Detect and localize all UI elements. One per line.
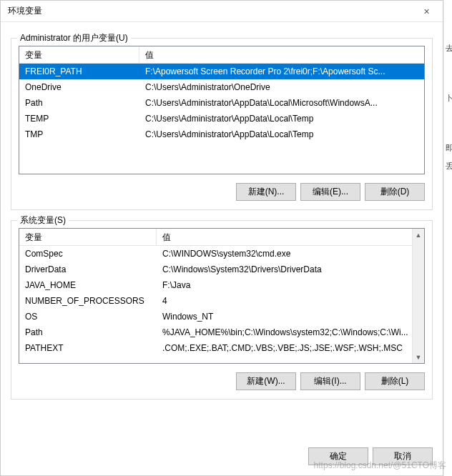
dialog-body: Administrator 的用户变量(U) 变量 值 FREI0R_PATHF…: [1, 22, 443, 440]
user-vars-group-label: Administrator 的用户变量(U): [17, 32, 131, 44]
sys-new-button[interactable]: 新建(W)...: [236, 372, 296, 390]
cell-value: C:\Windows\System32\Drivers\DriverData: [157, 264, 424, 274]
list-row[interactable]: OneDriveC:\Users\Administrator\OneDrive: [19, 79, 424, 95]
list-row[interactable]: DriverDataC:\Windows\System32\Drivers\Dr…: [19, 262, 424, 277]
sys-vars-group: 系统变量(S) 变量 值 ComSpecC:\WINDOWS\system32\…: [11, 220, 433, 400]
user-vars-list[interactable]: 变量 值 FREI0R_PATHF:\Apowersoft Screen Rec…: [19, 46, 425, 174]
cell-variable: ComSpec: [19, 249, 157, 259]
list-row[interactable]: PathC:\Users\Administrator\AppData\Local…: [19, 95, 424, 111]
dialog-title: 环境变量: [8, 5, 411, 17]
list-row[interactable]: Path%JAVA_HOME%\bin;C:\Windows\system32;…: [19, 324, 424, 340]
cell-value: C:\WINDOWS\system32\cmd.exe: [157, 249, 424, 259]
sys-delete-button[interactable]: 删除(L): [365, 372, 425, 390]
sys-vars-buttons: 新建(W)... 编辑(I)... 删除(L): [19, 372, 425, 390]
cell-value: %JAVA_HOME%\bin;C:\Windows\system32;C:\W…: [157, 327, 424, 337]
dialog-footer: 确定 取消: [1, 440, 443, 475]
cell-variable: PATHEXT: [19, 343, 157, 353]
cancel-button[interactable]: 取消: [373, 447, 433, 465]
bg-glyph: 即: [446, 143, 452, 154]
sys-vars-group-label: 系统变量(S): [17, 214, 69, 227]
list-header: 变量 值: [19, 46, 424, 64]
cell-variable: DriverData: [19, 264, 157, 274]
env-vars-dialog: 环境变量 × Administrator 的用户变量(U) 变量 值 FREI0…: [0, 0, 443, 476]
user-vars-group: Administrator 的用户变量(U) 变量 值 FREI0R_PATHF…: [11, 38, 433, 210]
col-header-variable[interactable]: 变量: [19, 229, 157, 245]
user-delete-button[interactable]: 删除(D): [365, 183, 425, 201]
user-new-button[interactable]: 新建(N)...: [236, 183, 296, 201]
cell-value: 4: [157, 296, 424, 306]
cell-value: F:\Apowersoft Screen Recorder Pro 2\frei…: [139, 66, 424, 76]
close-icon[interactable]: ×: [411, 1, 443, 22]
ok-button[interactable]: 确定: [308, 447, 368, 465]
list-header: 变量 值: [19, 229, 424, 246]
list-row[interactable]: PATHEXT.COM;.EXE;.BAT;.CMD;.VBS;.VBE;.JS…: [19, 340, 424, 356]
cell-variable: TEMP: [19, 114, 139, 124]
titlebar: 环境变量 ×: [1, 1, 443, 22]
list-row[interactable]: FREI0R_PATHF:\Apowersoft Screen Recorder…: [19, 64, 424, 79]
user-edit-button[interactable]: 编辑(E)...: [300, 183, 360, 201]
list-row[interactable]: NUMBER_OF_PROCESSORS4: [19, 293, 424, 309]
cell-variable: OneDrive: [19, 82, 139, 92]
cell-value: C:\Users\Administrator\AppData\Local\Tem…: [139, 129, 424, 139]
cell-value: .COM;.EXE;.BAT;.CMD;.VBS;.VBE;.JS;.JSE;.…: [157, 343, 424, 353]
bg-glyph: 去: [446, 43, 452, 54]
cell-value: C:\Users\Administrator\OneDrive: [139, 82, 424, 92]
scroll-down-icon[interactable]: ▼: [413, 351, 424, 363]
scroll-track[interactable]: [413, 241, 424, 351]
col-header-value[interactable]: 值: [139, 46, 424, 63]
list-row[interactable]: ComSpecC:\WINDOWS\system32\cmd.exe: [19, 246, 424, 262]
cell-value: C:\Users\Administrator\AppData\Local\Mic…: [139, 98, 424, 108]
sys-vars-list[interactable]: 变量 值 ComSpecC:\WINDOWS\system32\cmd.exeD…: [19, 228, 425, 364]
cell-variable: Path: [19, 98, 139, 108]
user-vars-buttons: 新建(N)... 编辑(E)... 删除(D): [19, 183, 425, 201]
background-window-edge: 去 卜 即 丢: [443, 0, 452, 476]
cell-variable: JAVA_HOME: [19, 280, 157, 290]
list-row[interactable]: TEMPC:\Users\Administrator\AppData\Local…: [19, 111, 424, 127]
cell-value: Windows_NT: [157, 312, 424, 322]
cell-value: F:\Java: [157, 280, 424, 290]
cell-variable: OS: [19, 312, 157, 322]
cell-variable: Path: [19, 327, 157, 337]
col-header-value[interactable]: 值: [157, 229, 424, 245]
cell-variable: NUMBER_OF_PROCESSORS: [19, 296, 157, 306]
cell-value: C:\Users\Administrator\AppData\Local\Tem…: [139, 114, 424, 124]
list-row[interactable]: TMPC:\Users\Administrator\AppData\Local\…: [19, 127, 424, 142]
bg-glyph: 卜: [446, 93, 452, 104]
list-row[interactable]: JAVA_HOMEF:\Java: [19, 277, 424, 293]
bg-glyph: 丢: [446, 161, 452, 172]
col-header-variable[interactable]: 变量: [19, 46, 139, 63]
list-row[interactable]: OSWindows_NT: [19, 309, 424, 324]
cell-variable: FREI0R_PATH: [19, 66, 139, 76]
scroll-up-icon[interactable]: ▲: [413, 229, 424, 241]
sys-edit-button[interactable]: 编辑(I)...: [300, 372, 360, 390]
cell-variable: TMP: [19, 129, 139, 139]
sys-scrollbar[interactable]: ▲ ▼: [412, 229, 424, 363]
